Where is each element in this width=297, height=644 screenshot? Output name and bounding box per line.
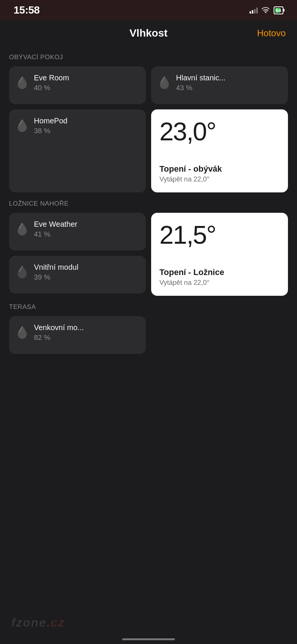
battery-level: 64 [276, 8, 281, 13]
section-title-loznice: LOŽNICE NAHOŘE [9, 200, 288, 207]
thermostat-info-loznice: Topení - Ložnice Vytápět na 22,0° [159, 267, 280, 287]
section-title-terasa: TERASA [9, 303, 288, 311]
device-info-eve-room: Eve Room 40 % [34, 73, 69, 92]
thermostat-temp-obyvak: 23,0° [159, 118, 280, 144]
device-info-vnitrni: Vnitřní modul 39 % [34, 263, 78, 281]
device-eve-room[interactable]: Eve Room 40 % [9, 66, 146, 104]
status-time: 15:58 [14, 4, 40, 16]
humidity-icon-vnitrni [15, 264, 29, 278]
thermostat-name-obyvak: Topení - obývák [159, 164, 280, 174]
device-value-vnitrni: 39 % [34, 273, 78, 281]
humidity-icon-venkovni [15, 324, 29, 339]
device-hlavni-stanice[interactable]: Hlavní stanic... 43 % [151, 66, 288, 104]
device-name-venkovni: Venkovní mo... [34, 323, 84, 332]
loznice-left-col: Eve Weather 41 % Vnitřní modul 39 % [9, 213, 146, 296]
section-loznice: LOŽNICE NAHOŘE Eve Weather 41 % [9, 200, 288, 296]
empty-tile [151, 316, 288, 354]
device-info-hlavni: Hlavní stanic... 43 % [176, 73, 225, 92]
thermostat-info-obyvak: Topení - obývák Vytápět na 22,0° [159, 164, 280, 183]
humidity-icon-hlavni [157, 75, 171, 89]
device-name-eve-weather: Eve Weather [34, 220, 77, 229]
device-name-eve-room: Eve Room [34, 73, 69, 82]
thermostat-sub-loznice: Vytápět na 22,0° [159, 279, 280, 287]
terasa-grid: Venkovní mo... 82 % [9, 316, 288, 354]
watermark: fzone.cz [11, 616, 65, 630]
humidity-icon-homepod [15, 118, 29, 132]
row-pair-2: HomePod 38 % 23,0° Topení - obývák Vytáp… [9, 109, 288, 192]
device-eve-weather[interactable]: Eve Weather 41 % [9, 213, 146, 251]
device-info-eve-weather: Eve Weather 41 % [34, 220, 77, 238]
device-value-hlavni: 43 % [176, 84, 225, 92]
device-name-homepod: HomePod [34, 116, 67, 125]
device-name-vnitrni: Vnitřní modul [34, 263, 78, 272]
thermostat-temp-loznice: 21,5° [159, 222, 280, 247]
section-title-obyvaci: OBÝVACÍ POKOJ [9, 54, 288, 61]
row-pair-1: Eve Room 40 % Hlavní stanic... 43 % [9, 66, 288, 104]
device-venkovni-modul[interactable]: Venkovní mo... 82 % [9, 316, 146, 354]
section-terasa: TERASA Venkovní mo... 82 % [9, 303, 288, 354]
humidity-icon-eve-room [15, 75, 29, 89]
home-indicator [122, 638, 175, 640]
done-button[interactable]: Hotovo [257, 28, 286, 38]
status-icons: 64 [250, 6, 283, 14]
device-info-venkovni: Venkovní mo... 82 % [34, 323, 84, 342]
thermostat-loznice[interactable]: 21,5° Topení - Ložnice Vytápět na 22,0° [151, 213, 288, 296]
device-vnitrni-modul[interactable]: Vnitřní modul 39 % [9, 256, 146, 294]
battery-icon: 64 [274, 6, 283, 14]
wifi-icon [262, 7, 270, 13]
signal-icon [250, 7, 258, 14]
device-homepod[interactable]: HomePod 38 % [9, 109, 146, 192]
device-info-homepod: HomePod 38 % [34, 116, 67, 135]
status-bar: 15:58 64 [0, 0, 297, 20]
thermostat-obyvak[interactable]: 23,0° Topení - obývák Vytápět na 22,0° [151, 109, 288, 192]
device-value-homepod: 38 % [34, 127, 67, 135]
device-name-hlavni: Hlavní stanic... [176, 73, 225, 82]
device-value-eve-weather: 41 % [34, 230, 77, 238]
page-title: Vlhkost [129, 27, 167, 39]
thermostat-name-loznice: Topení - Ložnice [159, 267, 280, 277]
nav-header: Vlhkost Hotovo [0, 20, 297, 44]
device-value-venkovni: 82 % [34, 334, 84, 342]
humidity-icon-eve-weather [15, 221, 29, 235]
thermostat-sub-obyvak: Vytápět na 22,0° [159, 175, 280, 183]
device-value-eve-room: 40 % [34, 84, 69, 92]
section-obyvaci-pokoj: OBÝVACÍ POKOJ Eve Room 40 % [9, 54, 288, 192]
loznice-grid: Eve Weather 41 % Vnitřní modul 39 % [9, 213, 288, 296]
main-content: OBÝVACÍ POKOJ Eve Room 40 % [0, 44, 297, 392]
watermark-text: fzone.cz [11, 616, 65, 629]
